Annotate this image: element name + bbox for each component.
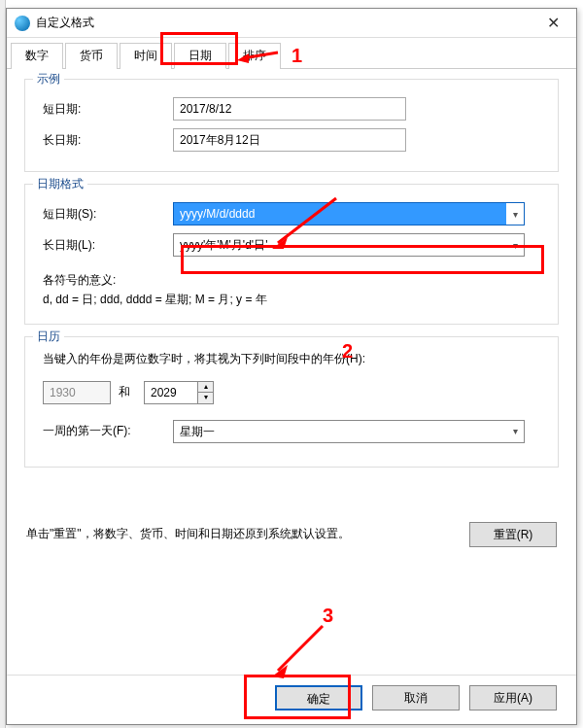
short-date-format-combo[interactable]: yyyy/M/d/dddd ▾ bbox=[173, 202, 525, 225]
group-example: 示例 短日期: 2017/8/12 长日期: 2017年8月12日 bbox=[24, 79, 559, 172]
tab-sort[interactable]: 排序 bbox=[228, 43, 281, 69]
window-title: 自定义格式 bbox=[36, 15, 533, 31]
format-hint-label: 各符号的意义: bbox=[43, 270, 540, 290]
long-date-format-value: yyyy'年'M'月'd'日' bbox=[174, 234, 506, 256]
short-date-format-label: 短日期(S): bbox=[37, 206, 173, 223]
calendar-sentence: 当键入的年份是两位数字时，将其视为下列时间段中的年份(H): bbox=[37, 347, 546, 371]
dialog-window: 自定义格式 ✕ 数字 货币 时间 日期 排序 示例 短日期: 2017/8/12… bbox=[6, 8, 577, 725]
reset-button[interactable]: 重置(R) bbox=[469, 522, 557, 547]
year-to-value[interactable]: 2029 bbox=[144, 381, 198, 404]
year-row: 1930 和 2029 ▴ ▾ bbox=[43, 381, 546, 404]
footer-note: 单击"重置"，将数字、货币、时间和日期还原到系统默认设置。 bbox=[26, 526, 350, 542]
long-date-format-label: 长日期(L): bbox=[37, 237, 173, 254]
cancel-button[interactable]: 取消 bbox=[372, 685, 460, 711]
tab-currency[interactable]: 货币 bbox=[65, 43, 118, 69]
group-format-title: 日期格式 bbox=[33, 176, 87, 192]
long-date-example-value: 2017年8月12日 bbox=[173, 128, 406, 152]
chevron-down-icon: ▾ bbox=[506, 426, 524, 436]
spinner-down-icon[interactable]: ▾ bbox=[198, 393, 213, 403]
spinner-up-icon[interactable]: ▴ bbox=[198, 382, 213, 393]
short-date-format-value: yyyy/M/d/dddd bbox=[174, 203, 506, 225]
year-and-label: 和 bbox=[119, 384, 130, 400]
tab-date[interactable]: 日期 bbox=[174, 43, 226, 69]
long-date-format-combo[interactable]: yyyy'年'M'月'd'日' ▾ bbox=[173, 233, 525, 257]
titlebar: 自定义格式 ✕ bbox=[7, 9, 576, 38]
year-to-spinner[interactable]: 2029 ▴ ▾ bbox=[144, 381, 214, 404]
long-date-example-label: 长日期: bbox=[37, 132, 173, 149]
short-date-example-value: 2017/8/12 bbox=[173, 97, 406, 121]
tab-number[interactable]: 数字 bbox=[11, 43, 63, 69]
firstday-value: 星期一 bbox=[174, 421, 506, 442]
firstday-combo[interactable]: 星期一 ▾ bbox=[173, 420, 525, 443]
tabs: 数字 货币 时间 日期 排序 bbox=[7, 38, 576, 69]
format-hint-text: d, dd = 日; ddd, dddd = 星期; M = 月; y = 年 bbox=[43, 290, 540, 309]
short-date-example-label: 短日期: bbox=[37, 101, 173, 118]
group-example-title: 示例 bbox=[33, 71, 64, 87]
group-format: 日期格式 短日期(S): yyyy/M/d/dddd ▾ 长日期(L): yyy… bbox=[24, 184, 559, 325]
ok-button[interactable]: 确定 bbox=[275, 685, 362, 711]
year-from-field: 1930 bbox=[43, 381, 111, 404]
chevron-down-icon: ▾ bbox=[506, 209, 524, 220]
tab-time[interactable]: 时间 bbox=[120, 43, 172, 69]
group-calendar-title: 日历 bbox=[33, 329, 64, 345]
apply-button[interactable]: 应用(A) bbox=[469, 685, 557, 711]
dialog-buttons: 确定 取消 应用(A) bbox=[20, 685, 563, 714]
content: 示例 短日期: 2017/8/12 长日期: 2017年8月12日 日期格式 短… bbox=[7, 69, 576, 567]
group-calendar: 日历 当键入的年份是两位数字时，将其视为下列时间段中的年份(H): 1930 和… bbox=[24, 336, 559, 468]
close-button[interactable]: ✕ bbox=[533, 10, 572, 37]
spinner-buttons: ▴ ▾ bbox=[198, 381, 214, 404]
firstday-label: 一周的第一天(F): bbox=[37, 423, 173, 439]
app-icon bbox=[15, 16, 30, 31]
chevron-down-icon: ▾ bbox=[506, 240, 524, 251]
